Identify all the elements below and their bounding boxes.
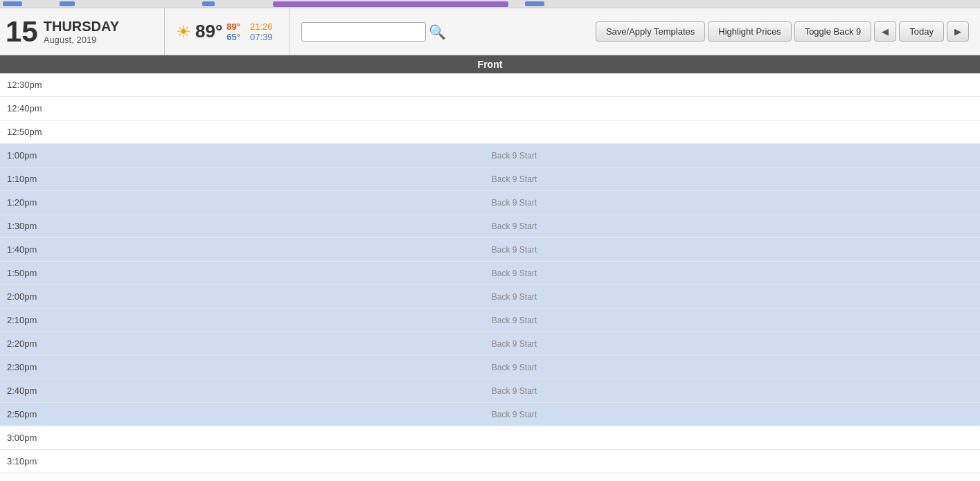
time-label: 2:30pm <box>0 362 48 372</box>
schedule-container[interactable]: 12:30pm12:40pm12:50pm1:00pmBack 9 Start1… <box>0 73 980 481</box>
back9-label: Back 9 Start <box>492 316 537 325</box>
temp-main: 89° <box>195 21 222 42</box>
table-row: 2:40pmBack 9 Start <box>0 379 980 403</box>
schedule-cell <box>48 120 980 143</box>
schedule-cell: Back 9 Start <box>48 238 980 261</box>
table-row: 2:00pmBack 9 Start <box>0 285 980 309</box>
day-info: THURSDAY August, 2019 <box>44 19 119 45</box>
schedule-cell <box>48 97 980 120</box>
schedule-cell: Back 9 Start <box>48 215 980 237</box>
time-label: 2:40pm <box>0 385 48 396</box>
search-section: 🔍 <box>290 22 596 42</box>
table-row: 3:10pm <box>0 450 980 473</box>
back9-label: Back 9 Start <box>492 363 537 372</box>
table-row: 2:10pmBack 9 Start <box>0 309 980 332</box>
schedule-cell: Back 9 Start <box>48 285 980 308</box>
table-row: 2:30pmBack 9 Start <box>0 356 980 379</box>
time-label: 1:40pm <box>0 244 48 255</box>
header-row: 15 THURSDAY August, 2019 ☀ 89° 89° 65° 2… <box>0 8 980 55</box>
section-title: Front <box>478 59 503 70</box>
temp-details: 89° 65° <box>226 21 240 42</box>
schedule-cell: Back 9 Start <box>48 403 980 426</box>
table-row: 1:50pmBack 9 Start <box>0 262 980 285</box>
sunset-time: 07:39 <box>250 32 273 42</box>
schedule-cell <box>48 426 980 449</box>
back9-label: Back 9 Start <box>492 292 537 302</box>
time-label: 1:50pm <box>0 268 48 278</box>
date-section: 15 THURSDAY August, 2019 <box>6 8 165 55</box>
time-label: 2:50pm <box>0 409 48 419</box>
table-row: 1:40pmBack 9 Start <box>0 238 980 262</box>
timeline-bar <box>0 0 980 8</box>
schedule-cell: Back 9 Start <box>48 167 980 190</box>
day-number: 15 <box>6 17 38 46</box>
time-label: 2:20pm <box>0 338 48 349</box>
table-row: 1:10pmBack 9 Start <box>0 167 980 191</box>
schedule-cell: Back 9 Start <box>48 379 980 402</box>
schedule-cell: Back 9 Start <box>48 332 980 355</box>
back9-label: Back 9 Start <box>492 174 537 184</box>
back9-label: Back 9 Start <box>492 198 537 208</box>
sun-icon: ☀ <box>176 22 191 42</box>
temp-low: 65° <box>226 32 240 42</box>
day-date: August, 2019 <box>44 35 119 45</box>
table-row: 1:30pmBack 9 Start <box>0 215 980 238</box>
time-label: 3:00pm <box>0 433 48 443</box>
table-row: 2:50pmBack 9 Start <box>0 403 980 426</box>
schedule-cell: Back 9 Start <box>48 191 980 214</box>
search-input[interactable] <box>301 22 426 42</box>
schedule-cell <box>48 450 980 473</box>
time-label: 1:30pm <box>0 221 48 231</box>
day-name: THURSDAY <box>44 19 119 35</box>
save-apply-button[interactable]: Save/Apply Templates <box>596 21 705 42</box>
time-label: 12:50pm <box>0 127 48 137</box>
schedule-cell: Back 9 Start <box>48 309 980 332</box>
weather-section: ☀ 89° 89° 65° 21:26 07:39 <box>165 8 290 55</box>
today-button[interactable]: Today <box>899 21 944 42</box>
sunrise-time: 21:26 <box>250 21 273 32</box>
time-label: 3:10pm <box>0 456 48 466</box>
time-label: 1:10pm <box>0 174 48 184</box>
schedule-cell <box>48 73 980 96</box>
table-row: 12:30pm <box>0 73 980 97</box>
search-icon: 🔍 <box>429 24 446 40</box>
back9-label: Back 9 Start <box>492 221 537 231</box>
schedule-cell: Back 9 Start <box>48 262 980 284</box>
table-row: 1:00pmBack 9 Start <box>0 144 980 167</box>
toggle-back-button[interactable]: Toggle Back 9 <box>794 21 872 42</box>
prev-button[interactable]: ◀ <box>874 21 896 42</box>
time-label: 1:20pm <box>0 197 48 208</box>
table-row: 1:20pmBack 9 Start <box>0 191 980 215</box>
back9-label: Back 9 Start <box>492 245 537 255</box>
action-buttons: Save/Apply Templates Highlight Prices To… <box>596 21 974 42</box>
time-label: 1:00pm <box>0 150 48 161</box>
time-label: 12:40pm <box>0 103 48 114</box>
time-label: 12:30pm <box>0 80 48 90</box>
table-row: 12:40pm <box>0 97 980 120</box>
temp-high: 89° <box>226 21 240 32</box>
back9-label: Back 9 Start <box>492 269 537 278</box>
time-details: 21:26 07:39 <box>244 21 278 42</box>
back9-label: Back 9 Start <box>492 410 537 419</box>
schedule-cell: Back 9 Start <box>48 144 980 167</box>
back9-label: Back 9 Start <box>492 151 537 161</box>
section-header: Front <box>0 55 980 73</box>
back9-label: Back 9 Start <box>492 339 537 349</box>
table-row: 2:20pmBack 9 Start <box>0 332 980 356</box>
time-label: 2:00pm <box>0 291 48 302</box>
schedule-cell: Back 9 Start <box>48 356 980 379</box>
highlight-prices-button[interactable]: Highlight Prices <box>708 21 791 42</box>
next-button[interactable]: ▶ <box>947 21 969 42</box>
table-row: 12:50pm <box>0 120 980 144</box>
time-label: 2:10pm <box>0 315 48 325</box>
table-row: 3:00pm <box>0 426 980 450</box>
back9-label: Back 9 Start <box>492 386 537 396</box>
